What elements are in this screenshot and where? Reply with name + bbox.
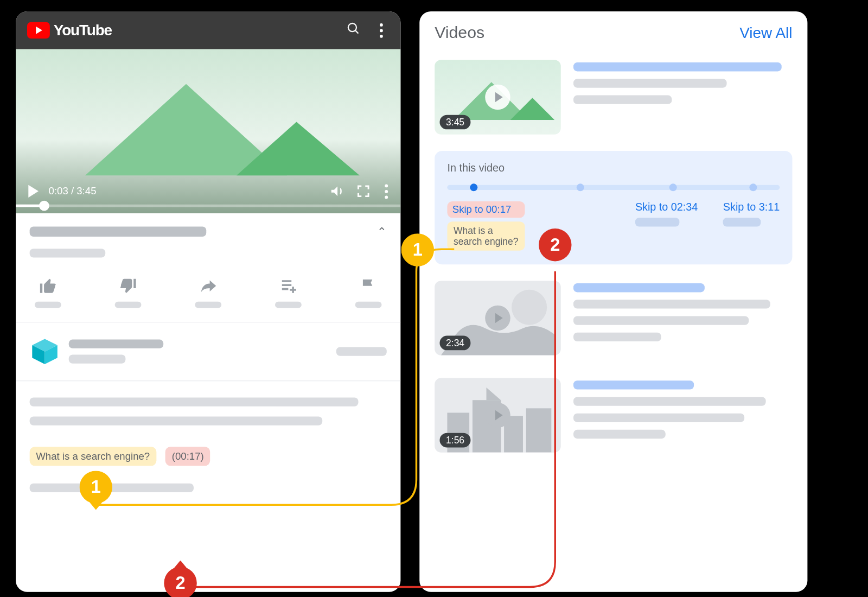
svg-point-0 [348, 23, 356, 31]
video-thumbnail[interactable]: 1:56 [435, 378, 561, 453]
callout-2-right: 2 [539, 228, 571, 261]
channel-name-placeholder [69, 340, 163, 348]
volume-icon[interactable] [329, 183, 346, 199]
channel-avatar-icon [30, 336, 60, 367]
search-icon[interactable] [340, 17, 367, 43]
chevron-up-icon[interactable]: ⌃ [377, 225, 386, 239]
report-button[interactable] [355, 276, 382, 308]
share-button[interactable] [195, 276, 221, 308]
player-controls: 0:03 / 3:45 [16, 183, 400, 199]
search-results-panel: Videos View All 3:45 In this video [419, 11, 807, 592]
youtube-header: YouTube [16, 11, 400, 49]
channel-row[interactable] [16, 322, 400, 381]
svg-line-1 [355, 30, 359, 34]
play-overlay-icon [485, 85, 510, 110]
moment-2[interactable]: Skip to 02:34 [635, 201, 698, 251]
moment-title-label: What is a search engine? [447, 221, 525, 250]
kebab-menu-icon[interactable] [373, 19, 389, 41]
play-overlay-icon [485, 306, 510, 331]
video-result-3[interactable]: 1:56 [419, 372, 807, 459]
channel-sub-placeholder [69, 354, 126, 363]
callout-1-right: 1 [401, 233, 434, 266]
svg-point-11 [512, 290, 547, 325]
callout-2-left: 2 [164, 567, 196, 597]
save-button[interactable] [275, 276, 302, 308]
youtube-play-icon [27, 22, 50, 39]
results-header: Videos View All [419, 11, 807, 54]
video-sub-placeholder [30, 249, 106, 257]
moment-3[interactable]: Skip to 3:11 [723, 201, 780, 251]
video-meta: ⌃ [16, 213, 400, 269]
youtube-panel: YouTube 0:03 / 3:45 [16, 11, 400, 592]
progress-bar[interactable] [16, 199, 400, 213]
key-moments-card: In this video Skip to 00:17 What is a se… [435, 151, 792, 264]
fullscreen-icon[interactable] [356, 183, 371, 199]
subscribe-placeholder[interactable] [336, 347, 387, 356]
video-thumbnail[interactable]: 2:34 [435, 281, 561, 355]
key-moments-heading: In this video [447, 162, 780, 175]
view-all-link[interactable]: View All [739, 24, 792, 42]
video-result-1[interactable]: 3:45 [419, 54, 807, 141]
duration-badge: 3:45 [439, 115, 470, 130]
like-button[interactable] [35, 276, 61, 308]
moment-skip-label: Skip to 00:17 [447, 201, 525, 218]
result-title-placeholder [573, 62, 781, 71]
moment-1[interactable]: Skip to 00:17 What is a search engine? [447, 201, 525, 251]
video-actions [16, 269, 400, 322]
moments-track[interactable] [447, 185, 780, 190]
duration-badge: 2:34 [439, 336, 470, 351]
callout-1-left: 1 [80, 471, 112, 503]
chapter-title-chip[interactable]: What is a search engine? [30, 447, 156, 466]
video-player[interactable]: 0:03 / 3:45 [16, 49, 400, 213]
player-time: 0:03 / 3:45 [49, 186, 97, 197]
player-menu-icon[interactable] [381, 184, 388, 199]
video-thumbnail[interactable]: 3:45 [435, 60, 561, 134]
video-result-2[interactable]: 2:34 [419, 275, 807, 361]
youtube-wordmark: YouTube [54, 22, 112, 40]
play-icon[interactable] [28, 185, 39, 198]
dislike-button[interactable] [115, 276, 142, 308]
video-title-placeholder [30, 226, 207, 237]
svg-marker-14 [487, 388, 501, 400]
chapter-time-chip[interactable]: (00:17) [165, 447, 210, 466]
results-heading: Videos [435, 23, 484, 42]
youtube-logo[interactable]: YouTube [27, 22, 112, 40]
svg-rect-16 [526, 408, 552, 452]
play-overlay-icon [485, 403, 510, 428]
duration-badge: 1:56 [439, 433, 470, 448]
video-description: What is a search engine? (00:17) [16, 381, 400, 492]
